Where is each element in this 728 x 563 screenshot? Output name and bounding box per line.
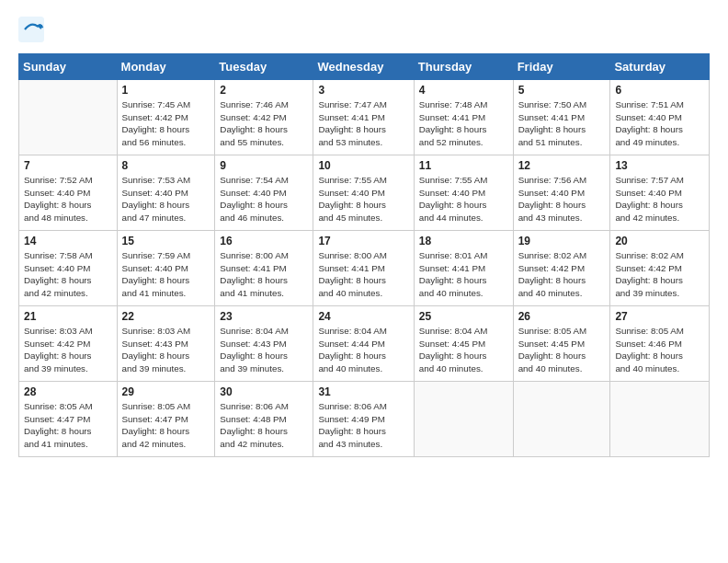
calendar-cell: 26Sunrise: 8:05 AM Sunset: 4:45 PM Dayli… <box>513 306 610 382</box>
day-info: Sunrise: 8:04 AM Sunset: 4:45 PM Dayligh… <box>419 325 508 375</box>
day-info: Sunrise: 8:06 AM Sunset: 4:48 PM Dayligh… <box>220 400 308 451</box>
page-container: SundayMondayTuesdayWednesdayThursdayFrid… <box>0 0 728 466</box>
day-number: 2 <box>220 84 308 97</box>
day-info: Sunrise: 7:46 AM Sunset: 4:42 PM Dayligh… <box>220 98 308 149</box>
day-info: Sunrise: 7:47 AM Sunset: 4:41 PM Dayligh… <box>318 98 408 149</box>
calendar-header: SundayMondayTuesdayWednesdayThursdayFrid… <box>19 54 710 80</box>
svg-rect-0 <box>18 17 44 42</box>
calendar-cell: 24Sunrise: 8:04 AM Sunset: 4:44 PM Dayli… <box>313 306 414 382</box>
logo-icon <box>18 17 44 42</box>
calendar-cell: 9Sunrise: 7:54 AM Sunset: 4:40 PM Daylig… <box>215 155 313 231</box>
day-info: Sunrise: 8:05 AM Sunset: 4:46 PM Dayligh… <box>615 325 704 375</box>
calendar-cell: 13Sunrise: 7:57 AM Sunset: 4:40 PM Dayli… <box>610 155 710 231</box>
calendar-cell: 23Sunrise: 8:04 AM Sunset: 4:43 PM Dayli… <box>215 306 313 382</box>
day-info: Sunrise: 7:52 AM Sunset: 4:40 PM Dayligh… <box>24 174 112 224</box>
day-number: 15 <box>122 235 210 247</box>
calendar-cell <box>19 80 118 155</box>
day-number: 25 <box>419 310 508 323</box>
day-number: 27 <box>615 310 704 323</box>
day-info: Sunrise: 7:59 AM Sunset: 4:40 PM Dayligh… <box>122 249 210 300</box>
day-number: 12 <box>518 159 606 172</box>
day-info: Sunrise: 8:04 AM Sunset: 4:44 PM Dayligh… <box>318 325 408 375</box>
day-number: 17 <box>318 235 408 247</box>
calendar-cell: 27Sunrise: 8:05 AM Sunset: 4:46 PM Dayli… <box>610 306 710 382</box>
day-number: 29 <box>122 385 210 398</box>
day-number: 10 <box>318 159 408 172</box>
day-info: Sunrise: 8:04 AM Sunset: 4:43 PM Dayligh… <box>220 325 308 375</box>
day-number: 3 <box>318 84 408 97</box>
calendar-cell: 22Sunrise: 8:03 AM Sunset: 4:43 PM Dayli… <box>117 306 215 382</box>
weekday-header-monday: Monday <box>117 54 215 80</box>
calendar-cell: 17Sunrise: 8:00 AM Sunset: 4:41 PM Dayli… <box>313 231 414 306</box>
day-number: 19 <box>518 235 606 247</box>
calendar-cell: 28Sunrise: 8:05 AM Sunset: 4:47 PM Dayli… <box>19 382 118 457</box>
day-info: Sunrise: 8:02 AM Sunset: 4:42 PM Dayligh… <box>615 249 704 300</box>
calendar-cell: 11Sunrise: 7:55 AM Sunset: 4:40 PM Dayli… <box>414 155 513 231</box>
calendar-cell: 14Sunrise: 7:58 AM Sunset: 4:40 PM Dayli… <box>19 231 118 306</box>
day-number: 18 <box>419 235 508 247</box>
day-info: Sunrise: 7:48 AM Sunset: 4:41 PM Dayligh… <box>419 98 508 149</box>
day-number: 21 <box>24 310 112 323</box>
weekday-header-sunday: Sunday <box>19 54 118 80</box>
day-info: Sunrise: 7:51 AM Sunset: 4:40 PM Dayligh… <box>615 98 704 149</box>
calendar-week-2: 7Sunrise: 7:52 AM Sunset: 4:40 PM Daylig… <box>19 155 710 231</box>
calendar-cell: 4Sunrise: 7:48 AM Sunset: 4:41 PM Daylig… <box>414 80 513 155</box>
calendar-cell: 29Sunrise: 8:05 AM Sunset: 4:47 PM Dayli… <box>117 382 215 457</box>
calendar-cell: 20Sunrise: 8:02 AM Sunset: 4:42 PM Dayli… <box>610 231 710 306</box>
calendar-cell: 10Sunrise: 7:55 AM Sunset: 4:40 PM Dayli… <box>313 155 414 231</box>
day-info: Sunrise: 7:57 AM Sunset: 4:40 PM Dayligh… <box>615 174 704 224</box>
calendar-cell <box>610 382 710 457</box>
day-info: Sunrise: 8:06 AM Sunset: 4:49 PM Dayligh… <box>318 400 408 451</box>
day-info: Sunrise: 7:58 AM Sunset: 4:40 PM Dayligh… <box>24 249 112 300</box>
day-number: 13 <box>615 159 704 172</box>
day-info: Sunrise: 8:03 AM Sunset: 4:42 PM Dayligh… <box>24 325 112 375</box>
day-info: Sunrise: 8:03 AM Sunset: 4:43 PM Dayligh… <box>122 325 210 375</box>
day-info: Sunrise: 8:02 AM Sunset: 4:42 PM Dayligh… <box>518 249 606 300</box>
weekday-header-wednesday: Wednesday <box>313 54 414 80</box>
day-number: 5 <box>518 84 606 97</box>
calendar-week-5: 28Sunrise: 8:05 AM Sunset: 4:47 PM Dayli… <box>19 382 710 457</box>
calendar-cell <box>513 382 610 457</box>
calendar-cell: 31Sunrise: 8:06 AM Sunset: 4:49 PM Dayli… <box>313 382 414 457</box>
calendar-cell: 21Sunrise: 8:03 AM Sunset: 4:42 PM Dayli… <box>19 306 118 382</box>
day-info: Sunrise: 8:00 AM Sunset: 4:41 PM Dayligh… <box>318 249 408 300</box>
calendar-cell: 1Sunrise: 7:45 AM Sunset: 4:42 PM Daylig… <box>117 80 215 155</box>
calendar-body: 1Sunrise: 7:45 AM Sunset: 4:42 PM Daylig… <box>19 80 710 457</box>
calendar-cell: 30Sunrise: 8:06 AM Sunset: 4:48 PM Dayli… <box>215 382 313 457</box>
day-number: 26 <box>518 310 606 323</box>
logo <box>18 17 46 42</box>
day-info: Sunrise: 8:00 AM Sunset: 4:41 PM Dayligh… <box>220 249 308 300</box>
day-number: 23 <box>220 310 308 323</box>
day-info: Sunrise: 7:55 AM Sunset: 4:40 PM Dayligh… <box>318 174 408 224</box>
day-number: 28 <box>24 385 112 398</box>
calendar-cell: 15Sunrise: 7:59 AM Sunset: 4:40 PM Dayli… <box>117 231 215 306</box>
calendar-cell: 19Sunrise: 8:02 AM Sunset: 4:42 PM Dayli… <box>513 231 610 306</box>
calendar-cell: 12Sunrise: 7:56 AM Sunset: 4:40 PM Dayli… <box>513 155 610 231</box>
calendar-week-3: 14Sunrise: 7:58 AM Sunset: 4:40 PM Dayli… <box>19 231 710 306</box>
calendar-cell: 18Sunrise: 8:01 AM Sunset: 4:41 PM Dayli… <box>414 231 513 306</box>
calendar-cell: 25Sunrise: 8:04 AM Sunset: 4:45 PM Dayli… <box>414 306 513 382</box>
weekday-header-thursday: Thursday <box>414 54 513 80</box>
weekday-row: SundayMondayTuesdayWednesdayThursdayFrid… <box>19 54 710 80</box>
calendar-cell: 3Sunrise: 7:47 AM Sunset: 4:41 PM Daylig… <box>313 80 414 155</box>
day-info: Sunrise: 8:05 AM Sunset: 4:45 PM Dayligh… <box>518 325 606 375</box>
calendar-week-1: 1Sunrise: 7:45 AM Sunset: 4:42 PM Daylig… <box>19 80 710 155</box>
day-info: Sunrise: 7:45 AM Sunset: 4:42 PM Dayligh… <box>122 98 210 149</box>
calendar-cell: 2Sunrise: 7:46 AM Sunset: 4:42 PM Daylig… <box>215 80 313 155</box>
calendar-cell: 8Sunrise: 7:53 AM Sunset: 4:40 PM Daylig… <box>117 155 215 231</box>
calendar-table: SundayMondayTuesdayWednesdayThursdayFrid… <box>18 53 710 457</box>
day-info: Sunrise: 8:01 AM Sunset: 4:41 PM Dayligh… <box>419 249 508 300</box>
calendar-cell: 16Sunrise: 8:00 AM Sunset: 4:41 PM Dayli… <box>215 231 313 306</box>
calendar-cell: 5Sunrise: 7:50 AM Sunset: 4:41 PM Daylig… <box>513 80 610 155</box>
weekday-header-saturday: Saturday <box>610 54 710 80</box>
weekday-header-tuesday: Tuesday <box>215 54 313 80</box>
day-number: 6 <box>615 84 704 97</box>
day-number: 8 <box>122 159 210 172</box>
day-number: 7 <box>24 159 112 172</box>
day-info: Sunrise: 8:05 AM Sunset: 4:47 PM Dayligh… <box>24 400 112 451</box>
day-number: 11 <box>419 159 508 172</box>
day-number: 31 <box>318 385 408 398</box>
day-number: 30 <box>220 385 308 398</box>
calendar-cell: 6Sunrise: 7:51 AM Sunset: 4:40 PM Daylig… <box>610 80 710 155</box>
day-number: 16 <box>220 235 308 247</box>
